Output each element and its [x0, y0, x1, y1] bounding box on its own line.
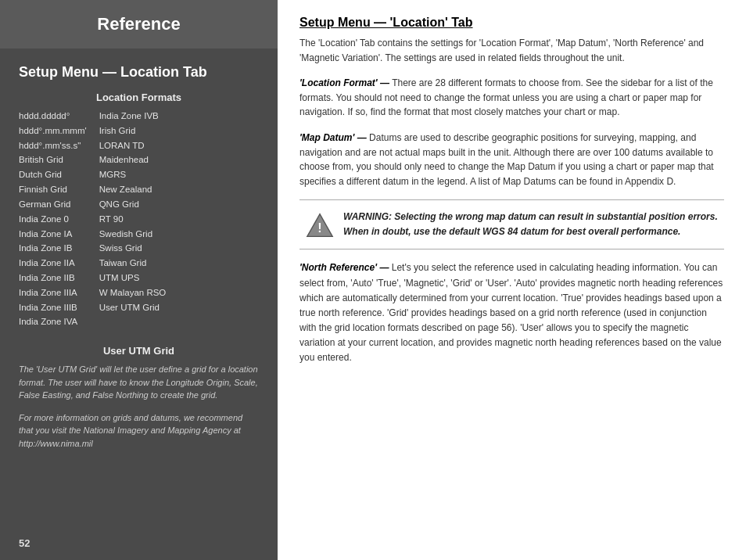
- format-item: India Zone IIA: [19, 257, 87, 271]
- format-item: Irish Grid: [99, 124, 167, 138]
- format-item: hddd°.mm.mmm': [19, 124, 87, 138]
- format-item: LORAN TD: [99, 139, 167, 153]
- format-item: Finnish Grid: [19, 183, 87, 197]
- format-item: Taiwan Grid: [99, 257, 167, 271]
- format-item: hddd°.mm'ss.s": [19, 139, 87, 153]
- utm-grid-para1: The 'User UTM Grid' will let the user de…: [19, 363, 259, 402]
- utm-grid-para2: For more information on grids and datums…: [19, 411, 259, 451]
- format-item: New Zealand: [99, 183, 167, 197]
- location-format-text: 'Location Format' — There are 28 differe…: [299, 76, 724, 120]
- map-datum-label: 'Map Datum' —: [299, 132, 367, 143]
- sidebar-title: Reference: [97, 14, 180, 34]
- format-item: German Grid: [19, 198, 87, 212]
- formats-col-left: hddd.ddddd°hddd°.mm.mmm'hddd°.mm'ss.s"Br…: [19, 109, 87, 329]
- sidebar-section-title: Setup Menu — Location Tab: [19, 64, 259, 81]
- format-item: India Zone IA: [19, 228, 87, 242]
- utm-grid-heading: User UTM Grid: [19, 345, 259, 357]
- format-item: Dutch Grid: [19, 168, 87, 182]
- north-ref-block: 'North Reference' — Let's you select the…: [299, 260, 724, 365]
- location-formats-heading: Location Formats: [19, 92, 259, 103]
- format-item: British Grid: [19, 153, 87, 167]
- format-item: QNG Grid: [99, 198, 167, 212]
- format-item: W Malayan RSO: [99, 286, 167, 300]
- svg-text:!: !: [317, 221, 321, 235]
- location-format-block: 'Location Format' — There are 28 differe…: [299, 76, 724, 120]
- format-item: India Zone IIB: [19, 271, 87, 285]
- format-item: MGRS: [99, 168, 167, 182]
- warning-box: ! WARNING: Selecting the wrong map datum…: [299, 199, 724, 249]
- map-datum-text: 'Map Datum' — Datums are used to describ…: [299, 131, 724, 188]
- format-item: India Zone 0: [19, 213, 87, 227]
- sidebar-content: Setup Menu — Location Tab Location Forma…: [0, 48, 278, 529]
- warning-icon: !: [306, 211, 334, 239]
- location-formats-section: Location Formats hddd.ddddd°hddd°.mm.mmm…: [19, 92, 259, 329]
- format-item: Maidenhead: [99, 153, 167, 167]
- format-item: hddd.ddddd°: [19, 109, 87, 124]
- format-item: India Zone IIIB: [19, 301, 87, 315]
- north-ref-label: 'North Reference' —: [299, 262, 389, 273]
- format-item: India Zone IVA: [19, 315, 87, 329]
- format-item: UTM UPS: [99, 271, 167, 285]
- map-datum-block: 'Map Datum' — Datums are used to describ…: [299, 131, 724, 188]
- formats-col-right: India Zone IVBIrish GridLORAN TDMaidenhe…: [99, 109, 167, 329]
- location-format-label: 'Location Format' —: [299, 77, 389, 88]
- main-content: Setup Menu — 'Location' Tab The 'Locatio…: [278, 0, 746, 560]
- main-title: Setup Menu — 'Location' Tab: [299, 16, 724, 30]
- sidebar-header: Reference: [0, 0, 278, 48]
- page-number: 52: [0, 529, 278, 560]
- north-ref-text: 'North Reference' — Let's you select the…: [299, 260, 724, 365]
- format-item: Swedish Grid: [99, 228, 167, 242]
- utm-grid-section: User UTM Grid The 'User UTM Grid' will l…: [19, 345, 259, 450]
- format-item: India Zone IIIA: [19, 286, 87, 300]
- sidebar: Reference Setup Menu — Location Tab Loca…: [0, 0, 278, 560]
- intro-text: The 'Location' Tab contains the settings…: [299, 36, 724, 65]
- north-ref-body: Let's you select the reference used in c…: [299, 262, 723, 363]
- formats-columns: hddd.ddddd°hddd°.mm.mmm'hddd°.mm'ss.s"Br…: [19, 109, 259, 329]
- format-item: Swiss Grid: [99, 242, 167, 256]
- format-item: India Zone IVB: [99, 109, 167, 124]
- warning-text: WARNING: Selecting the wrong map datum c…: [343, 210, 718, 239]
- format-item: India Zone IB: [19, 242, 87, 256]
- format-item: RT 90: [99, 213, 167, 227]
- format-item: User UTM Grid: [99, 301, 167, 315]
